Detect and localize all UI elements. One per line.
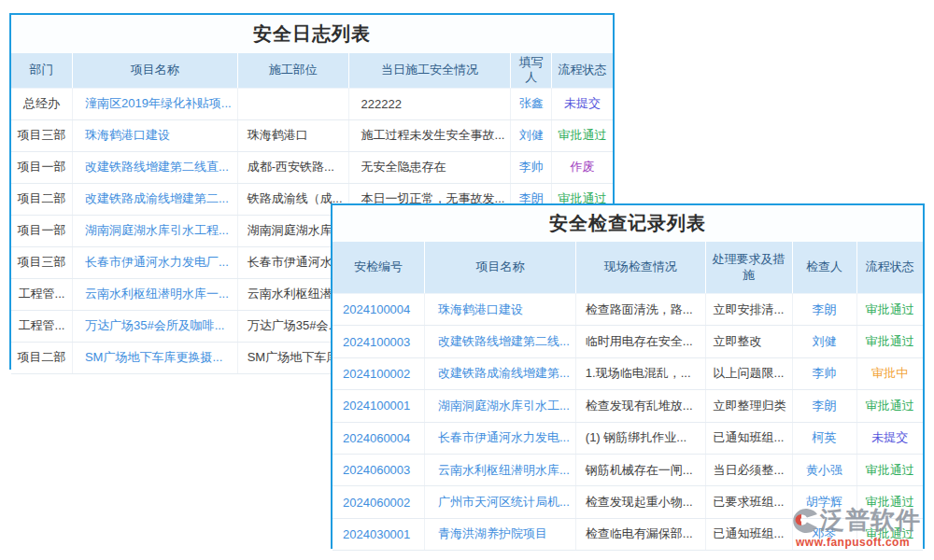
log-cell-situation: 无安全隐患存在 (348, 151, 511, 183)
inspection-cell-measure: 已要求班组... (705, 486, 792, 518)
table-row: 2024060004 长春市伊通河水力发电... (1) 钢筋绑扎作业... 已… (333, 422, 923, 454)
table-row: 2024100002 改建铁路成渝线增建第... 1.现场临电混乱，... 以上… (333, 357, 923, 389)
inspection-no-link[interactable]: 2024100001 (333, 390, 424, 422)
inspection-project-link[interactable]: 改建铁路成渝线增建第... (424, 357, 575, 389)
inspection-status-badge: 未提交 (856, 422, 923, 454)
log-cell-situation: 施工过程未发生安全事故... (348, 119, 511, 151)
log-cell-dept: 项目三部 (11, 119, 72, 151)
inspection-cell-measure: 立即整理归类 (705, 390, 792, 422)
safety-inspection-table: 安检编号 项目名称 现场检查情况 处理要求及措施 检查人 流程状态 202410… (333, 242, 923, 551)
inspection-cell-findings: 临时用电存在安全... (575, 326, 705, 357)
col-site: 施工部位 (237, 53, 348, 88)
col-status: 流程状态 (856, 242, 923, 294)
log-cell-dept: 工程管... (11, 278, 72, 310)
inspection-cell-findings: 1.现场临电混乱，... (575, 357, 705, 389)
log-project-link[interactable]: 潼南区2019年绿化补贴项... (72, 88, 237, 119)
log-cell-dept: 项目一部 (11, 151, 72, 183)
table-row: 2024060003 云南水利枢纽潜明水库... 钢筋机械存在一闸... 当日必… (333, 454, 923, 485)
inspection-project-link[interactable]: 湖南洞庭湖水库引水工... (424, 390, 575, 422)
inspection-cell-measure: 当日必须整... (705, 454, 792, 485)
col-writer: 填写人 (511, 53, 552, 88)
table-header-row: 安检编号 项目名称 现场检查情况 处理要求及措施 检查人 流程状态 (333, 242, 923, 294)
col-project: 项目名称 (72, 53, 237, 88)
table-row: 2024060002 广州市天河区统计局机... 检查发现起重小物... 已要求… (333, 486, 923, 518)
inspection-no-link[interactable]: 2024060002 (333, 486, 424, 518)
col-inspection-no: 安检编号 (333, 242, 424, 294)
inspector-link[interactable]: 李朗 (792, 390, 856, 422)
log-cell-dept: 项目一部 (11, 215, 72, 246)
col-situation: 当日施工安全情况 (348, 53, 511, 88)
inspector-link[interactable]: 李帅 (792, 357, 856, 389)
inspection-status-badge: 审批通过 (856, 326, 923, 357)
log-project-link[interactable]: 珠海鹤港口建设 (72, 119, 237, 151)
log-cell-site (237, 88, 348, 119)
safety-inspection-title: 安全检查记录列表 (333, 205, 923, 242)
inspection-cell-findings: 检查发现有乱堆放... (575, 390, 705, 422)
log-writer-link[interactable]: 李帅 (511, 151, 552, 183)
inspection-status-badge: 审批通过 (856, 518, 923, 550)
log-project-link[interactable]: 改建铁路成渝线增建第二... (72, 183, 237, 215)
inspector-link[interactable]: 胡学辉 (792, 486, 856, 518)
log-project-link[interactable]: 湖南洞庭湖水库引水工程... (72, 215, 237, 246)
inspection-cell-findings: (1) 钢筋绑扎作业... (575, 422, 705, 454)
inspection-cell-findings: 检查临电有漏保部... (575, 518, 705, 550)
log-cell-dept: 项目二部 (11, 183, 72, 215)
log-cell-dept: 工程管... (11, 310, 72, 342)
table-row: 2024100001 湖南洞庭湖水库引水工... 检查发现有乱堆放... 立即整… (333, 390, 923, 422)
log-cell-dept: 项目三部 (11, 246, 72, 278)
col-dept: 部门 (11, 53, 72, 88)
inspection-no-link[interactable]: 2024100004 (333, 294, 424, 326)
inspector-link[interactable]: 邓琴 (792, 518, 856, 550)
safety-inspection-window: 安全检查记录列表 安检编号 项目名称 现场检查情况 处理要求及措施 检查人 流程… (331, 203, 925, 549)
log-writer-link[interactable]: 刘健 (511, 119, 552, 151)
log-status-badge: 未提交 (552, 88, 613, 119)
inspector-link[interactable]: 李朗 (792, 294, 856, 326)
inspection-project-link[interactable]: 青海洪湖养护院项目 (424, 518, 575, 550)
inspector-link[interactable]: 黄小强 (792, 454, 856, 485)
table-row: 项目一部 改建铁路线增建第二线直... 成都-西安铁路... 无安全隐患存在 李… (11, 151, 613, 183)
inspection-cell-findings: 钢筋机械存在一闸... (575, 454, 705, 485)
table-row: 2024030001 青海洪湖养护院项目 检查临电有漏保部... 已通知班组..… (333, 518, 923, 550)
log-project-link[interactable]: 改建铁路线增建第二线直... (72, 151, 237, 183)
log-project-link[interactable]: SM广场地下车库更换摄... (72, 342, 237, 373)
table-row: 项目三部 珠海鹤港口建设 珠海鹤港口 施工过程未发生安全事故... 刘健 审批通… (11, 119, 613, 151)
log-cell-situation: 222222 (348, 88, 511, 119)
inspection-cell-measure: 立即安排清... (705, 294, 792, 326)
inspector-link[interactable]: 柯英 (792, 422, 856, 454)
inspection-status-badge: 审批通过 (856, 486, 923, 518)
inspection-no-link[interactable]: 2024060003 (333, 454, 424, 485)
inspection-no-link[interactable]: 2024060004 (333, 422, 424, 454)
log-cell-dept: 总经办 (11, 88, 72, 119)
col-inspection: 现场检查情况 (575, 242, 705, 294)
inspector-link[interactable]: 刘健 (792, 326, 856, 357)
inspection-project-link[interactable]: 长春市伊通河水力发电... (424, 422, 575, 454)
inspection-status-badge: 审批通过 (856, 390, 923, 422)
col-inspector: 检查人 (792, 242, 856, 294)
inspection-cell-findings: 检查发现起重小物... (575, 486, 705, 518)
inspection-status-badge: 审批通过 (856, 454, 923, 485)
inspection-cell-measure: 已通知班组... (705, 422, 792, 454)
log-project-link[interactable]: 长春市伊通河水力发电厂... (72, 246, 237, 278)
log-writer-link[interactable]: 张鑫 (511, 88, 552, 119)
inspection-cell-findings: 检查路面清洗，路... (575, 294, 705, 326)
inspection-no-link[interactable]: 2024030001 (333, 518, 424, 550)
inspection-no-link[interactable]: 2024100002 (333, 357, 424, 389)
inspection-project-link[interactable]: 珠海鹤港口建设 (424, 294, 575, 326)
inspection-cell-measure: 已通知班组... (705, 518, 792, 550)
log-cell-site: 成都-西安铁路... (237, 151, 348, 183)
inspection-no-link[interactable]: 2024100003 (333, 326, 424, 357)
inspection-status-badge: 审批通过 (856, 294, 923, 326)
inspection-cell-measure: 立即整改 (705, 326, 792, 357)
safety-log-title: 安全日志列表 (11, 15, 613, 53)
inspection-project-link[interactable]: 云南水利枢纽潜明水库... (424, 454, 575, 485)
table-header-row: 部门 项目名称 施工部位 当日施工安全情况 填写人 流程状态 (11, 53, 613, 88)
col-measure: 处理要求及措施 (705, 242, 792, 294)
inspection-project-link[interactable]: 广州市天河区统计局机... (424, 486, 575, 518)
table-row: 2024100003 改建铁路线增建第二线... 临时用电存在安全... 立即整… (333, 326, 923, 357)
log-project-link[interactable]: 万达广场35#会所及咖啡... (72, 310, 237, 342)
log-status-badge: 作废 (552, 151, 613, 183)
log-project-link[interactable]: 云南水利枢纽潜明水库一... (72, 278, 237, 310)
inspection-status-badge: 审批中 (856, 357, 923, 389)
inspection-project-link[interactable]: 改建铁路线增建第二线... (424, 326, 575, 357)
table-row: 2024100004 珠海鹤港口建设 检查路面清洗，路... 立即安排清... … (333, 294, 923, 326)
